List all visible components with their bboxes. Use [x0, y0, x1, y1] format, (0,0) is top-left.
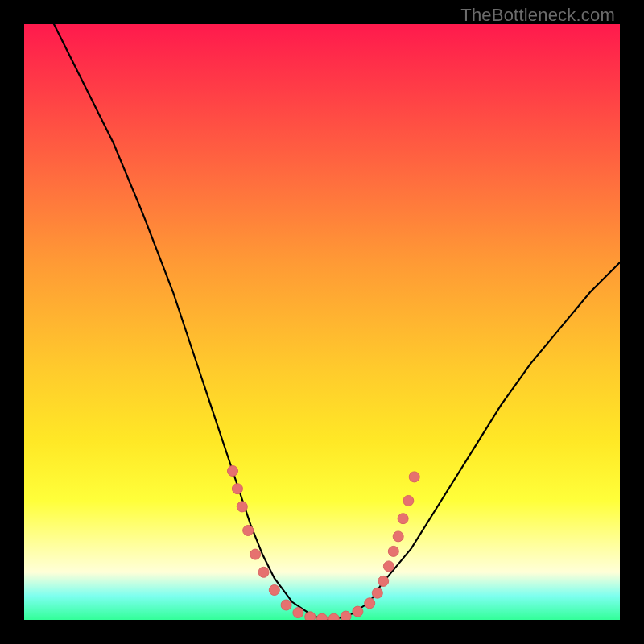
curve-marker — [365, 598, 375, 609]
curve-marker — [383, 561, 394, 572]
curve-marker — [388, 546, 398, 556]
chart-frame: TheBottleneck.com — [0, 0, 644, 644]
curve-marker — [341, 611, 351, 621]
watermark-text: TheBottleneck.com — [460, 5, 615, 26]
curve-marker — [228, 466, 238, 477]
curve-marker — [281, 600, 291, 610]
bottleneck-curve-svg — [24, 24, 620, 620]
curve-marker — [328, 613, 339, 624]
curve-marker — [243, 526, 254, 536]
curve-marker — [293, 608, 303, 618]
curve-marker — [393, 531, 403, 542]
curve-marker — [269, 585, 279, 596]
curve-marker — [353, 606, 363, 617]
curve-marker — [398, 514, 408, 524]
curve-marker — [403, 496, 414, 506]
curve-marker — [258, 567, 269, 577]
bottleneck-curve-path — [54, 24, 620, 620]
curve-marker — [372, 588, 382, 598]
curve-marker — [409, 472, 419, 482]
curve-marker — [305, 612, 316, 622]
curve-marker — [317, 613, 328, 624]
curve-marker — [250, 549, 261, 559]
marker-group — [228, 466, 420, 625]
curve-marker — [232, 484, 242, 494]
curve-marker — [237, 502, 247, 512]
curve-marker — [378, 576, 389, 586]
